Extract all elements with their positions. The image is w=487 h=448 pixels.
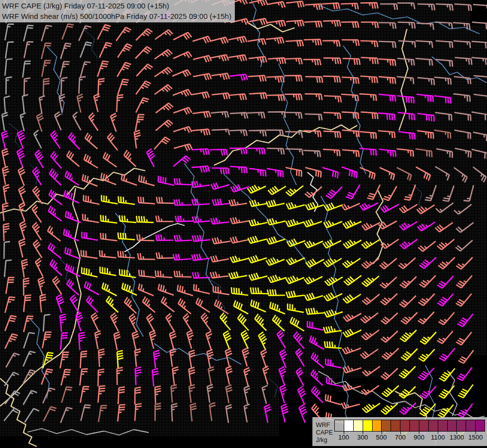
wind-barb	[249, 93, 267, 99]
wind-barb	[248, 39, 266, 45]
wind-barb	[251, 288, 268, 294]
wind-barb	[156, 103, 173, 113]
wind-barb	[98, 406, 107, 422]
wind-barb	[70, 295, 79, 313]
legend-tick-label: 900	[414, 434, 425, 441]
wind-barb	[379, 41, 396, 48]
wind-barb	[136, 98, 149, 112]
wind-barb	[342, 150, 359, 157]
wind-barb	[210, 37, 228, 44]
wind-barb	[94, 94, 100, 112]
wind-barb	[55, 112, 61, 130]
wind-barb	[244, 386, 250, 404]
wind-barb	[311, 352, 324, 368]
wind-barb	[415, 59, 432, 66]
wind-barb	[342, 130, 359, 137]
wind-barb	[42, 332, 51, 348]
map-title-overlay: WRF CAPE (J/kg) Friday 07-11-2025 09:00 …	[0, 0, 235, 22]
wind-barb	[415, 149, 432, 157]
wind-barb	[56, 295, 64, 313]
wind-barb	[76, 313, 83, 331]
wind-barb	[207, 349, 213, 368]
wind-barb	[87, 296, 98, 312]
legend-color-box	[400, 420, 409, 431]
legend-tick-label: 1500	[469, 434, 483, 441]
wind-barb	[191, 403, 197, 421]
wind-barb	[20, 113, 26, 131]
wind-barb	[212, 93, 230, 100]
wind-barb	[4, 260, 12, 277]
wind-barb	[102, 283, 117, 296]
wind-barb	[398, 22, 415, 29]
wind-barb	[435, 223, 453, 232]
wind-barb	[19, 203, 25, 221]
wind-barb	[1, 131, 8, 149]
wind-barb	[136, 81, 151, 95]
wind-barb	[132, 332, 139, 350]
wind-barb	[156, 234, 173, 240]
wind-barb	[81, 250, 97, 258]
wind-barb	[305, 202, 324, 210]
wind-barb	[191, 92, 209, 99]
legend-color-box	[372, 420, 382, 431]
wind-barb	[418, 241, 436, 252]
wind-barb	[455, 148, 471, 158]
wind-barb	[82, 174, 97, 186]
wind-barb	[118, 251, 135, 258]
wind-barb	[23, 278, 29, 296]
wind-barb	[399, 205, 417, 213]
wind-barb	[201, 313, 210, 331]
legend-color-box	[409, 420, 419, 431]
wind-barb	[99, 42, 112, 57]
wind-barb	[323, 76, 340, 83]
wind-barb	[210, 272, 228, 278]
country-border-gray	[27, 429, 149, 435]
wind-barb	[399, 296, 416, 307]
wind-barb	[194, 284, 209, 294]
wind-barb	[398, 258, 415, 269]
wind-barb	[248, 148, 265, 154]
wind-barb	[183, 314, 192, 332]
wind-barb	[35, 150, 43, 168]
country-border	[399, 29, 408, 130]
wind-barb	[264, 405, 271, 423]
wind-barb	[437, 331, 453, 343]
wind-barb	[418, 312, 434, 324]
wind-barb	[286, 186, 303, 196]
wind-barb	[381, 205, 398, 213]
wind-barb	[303, 59, 321, 65]
wind-barb	[174, 178, 192, 185]
wind-barb	[139, 175, 155, 186]
wind-barb	[309, 336, 324, 349]
wind-barb	[304, 21, 322, 27]
wind-barb	[230, 217, 248, 224]
title-cape-line: WRF CAPE (J/kg) Friday 07-11-2025 09:00 …	[2, 0, 231, 11]
wind-barb	[360, 168, 375, 180]
wind-barb	[248, 76, 266, 82]
wind-barb	[91, 313, 98, 331]
wind-barb	[453, 41, 470, 48]
wind-barb	[4, 241, 10, 259]
wind-barb	[118, 405, 125, 422]
wind-barb	[228, 94, 246, 100]
wind-barb	[110, 313, 118, 332]
wind-barb	[398, 112, 415, 120]
wind-barb	[101, 173, 116, 185]
legend-tick-label: 1100	[431, 434, 445, 441]
wind-barb	[51, 131, 60, 149]
wind-barb	[154, 350, 160, 368]
wind-barb	[436, 60, 453, 67]
wind-barb	[22, 95, 28, 112]
wind-barb	[39, 96, 45, 114]
wind-barb	[268, 112, 285, 118]
wind-barb	[41, 369, 53, 385]
wind-barb	[322, 41, 340, 47]
wind-barb	[212, 237, 231, 244]
wind-barb	[419, 257, 436, 268]
wind-barb	[229, 199, 247, 206]
wind-barb	[454, 112, 471, 121]
wind-barb	[397, 77, 414, 84]
wind-barb	[324, 293, 342, 301]
wind-barb	[397, 96, 414, 104]
wind-barb	[138, 253, 155, 259]
